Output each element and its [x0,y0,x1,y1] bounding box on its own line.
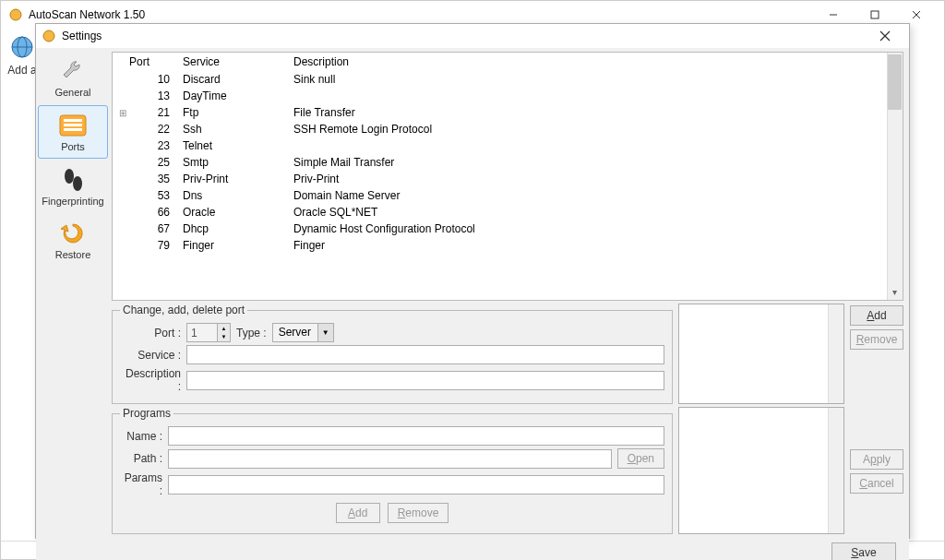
expand-icon[interactable] [113,137,133,154]
table-row[interactable]: ⊞21FtpFile Transfer [113,104,887,121]
port-spinner[interactable]: ▲ ▼ [186,323,231,342]
dialog-bottom-bar: Save [112,537,903,560]
cell-port: 21 [133,104,177,121]
programs-add-button[interactable]: Add [336,503,380,523]
settings-content: Port Service Description 10DiscardSink n… [110,48,909,560]
nav-item-general[interactable]: General [38,52,108,103]
cell-description: Domain Name Server [288,187,887,204]
table-row[interactable]: 67DhcpDynamic Host Configuration Protoco… [113,220,887,237]
type-combo[interactable]: Server ▼ [272,323,334,342]
cell-port: 53 [133,187,177,204]
expand-icon[interactable] [113,220,133,237]
table-row[interactable]: 13DayTime [113,88,887,104]
cell-description: Oracle SQL*NET [288,204,887,220]
change-add-button[interactable]: Add [850,305,903,326]
expand-icon[interactable] [113,204,133,220]
globe-icon [7,32,37,62]
cell-description: Simple Mail Transfer [288,154,887,171]
programs-legend: Programs [120,407,173,420]
change-list-panel[interactable] [678,304,844,404]
settings-side-nav: General Ports Fingerprinting Restore [36,48,110,560]
svg-point-0 [10,9,21,20]
cell-service: DayTime [177,88,288,104]
nav-item-restore[interactable]: Restore [38,214,108,266]
cell-port: 35 [133,171,177,187]
path-input[interactable] [168,449,612,469]
svg-point-15 [65,169,74,184]
cancel-button[interactable]: Cancel [850,473,903,494]
nav-item-ports[interactable]: Ports [38,105,108,159]
programs-group: Programs Name : Path : Open Params : [112,407,673,534]
settings-title: Settings [62,30,867,42]
nav-restore-label: Restore [55,249,91,260]
chevron-down-icon[interactable]: ▼ [317,324,333,341]
nav-item-fingerprinting[interactable]: Fingerprinting [38,161,108,212]
params-label: Params : [120,471,162,497]
table-row[interactable]: 23Telnet [113,137,887,154]
svg-point-16 [73,176,82,191]
port-label: Port : [120,327,181,340]
table-row[interactable]: 35Priv-PrintPriv-Print [113,171,887,187]
save-button[interactable]: Save [831,542,896,560]
expand-icon[interactable] [113,71,133,88]
spin-down-icon[interactable]: ▼ [218,333,230,342]
apply-button[interactable]: Apply [850,449,903,470]
table-row[interactable]: 79FingerFinger [113,237,887,254]
type-value: Server [273,324,317,341]
settings-close-button[interactable] [867,24,903,48]
table-row[interactable]: 66OracleOracle SQL*NET [113,204,887,220]
expand-icon[interactable]: ⊞ [113,104,133,121]
table-row[interactable]: 25SmtpSimple Mail Transfer [113,154,887,171]
table-row[interactable]: 53DnsDomain Name Server [113,187,887,204]
port-table-container: Port Service Description 10DiscardSink n… [112,52,903,301]
table-row[interactable]: 22SshSSH Remote Login Protocol [113,121,887,137]
table-scrollbar[interactable]: ▾ [887,53,903,300]
expand-icon[interactable] [113,154,133,171]
change-remove-button[interactable]: Remove [850,329,903,350]
programs-remove-button[interactable]: Remove [388,503,449,523]
footprint-icon [57,166,89,194]
service-input[interactable] [186,345,664,364]
params-input[interactable] [168,475,664,494]
expand-icon[interactable] [113,171,133,187]
change-panel-row: Change, add, delete port Port : ▲ ▼ Type… [112,304,903,404]
cell-description: File Transfer [288,104,887,121]
name-label: Name : [120,430,162,443]
cell-service: Finger [177,237,288,254]
scroll-down-icon[interactable]: ▾ [887,284,903,300]
name-input[interactable] [168,426,664,446]
open-button[interactable]: Open [617,448,664,469]
nav-fingerprinting-label: Fingerprinting [42,196,103,207]
description-input[interactable] [186,371,664,390]
port-input[interactable] [187,324,217,341]
cell-service: Dns [177,187,288,204]
programs-list-panel[interactable] [678,407,844,534]
expand-icon[interactable] [113,187,133,204]
programs-panel-row: Programs Name : Path : Open Params : [112,407,903,534]
nav-general-label: General [54,87,90,98]
col-description[interactable]: Description [288,53,887,71]
cell-service: Dhcp [177,220,288,237]
settings-dialog: Settings General Ports [35,23,910,539]
col-service[interactable]: Service [177,53,288,71]
spin-up-icon[interactable]: ▲ [218,324,230,333]
svg-point-8 [43,30,54,42]
svg-rect-14 [64,128,82,131]
cell-port: 10 [133,71,177,88]
list-icon [57,112,89,139]
scroll-thumb[interactable] [888,54,902,110]
panel-scrollbar[interactable] [828,304,843,403]
expand-icon[interactable] [113,88,133,104]
app-title: AutoScan Network 1.50 [29,8,812,21]
col-port[interactable]: Port [113,53,177,71]
cell-port: 25 [133,154,177,171]
type-label: Type : [236,327,267,340]
expand-icon[interactable] [113,121,133,137]
nav-ports-label: Ports [61,141,85,152]
panel-scrollbar[interactable] [828,408,843,533]
cell-description: SSH Remote Login Protocol [288,121,887,137]
cell-service: Ssh [177,121,288,137]
expand-icon[interactable] [113,237,133,254]
port-table[interactable]: Port Service Description 10DiscardSink n… [113,53,887,254]
table-row[interactable]: 10DiscardSink null [113,71,887,88]
